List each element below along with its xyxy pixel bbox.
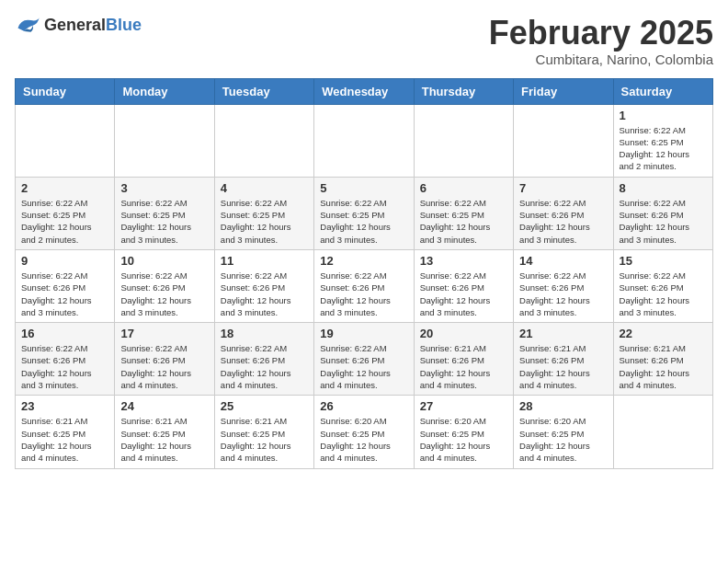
calendar-week-3: 9Sunrise: 6:22 AM Sunset: 6:26 PM Daylig… xyxy=(16,249,713,322)
day-number: 5 xyxy=(320,181,407,195)
logo-general-text: General xyxy=(44,16,106,34)
calendar-cell xyxy=(214,104,313,177)
day-info: Sunrise: 6:21 AM Sunset: 6:25 PM Dayligh… xyxy=(120,415,208,464)
day-info: Sunrise: 6:22 AM Sunset: 6:25 PM Dayligh… xyxy=(320,197,407,246)
title-area: February 2025 Cumbitara, Narino, Colombi… xyxy=(489,15,713,67)
calendar-cell: 4Sunrise: 6:22 AM Sunset: 6:25 PM Daylig… xyxy=(214,177,313,249)
calendar-cell: 17Sunrise: 6:22 AM Sunset: 6:26 PM Dayli… xyxy=(115,323,214,396)
calendar-cell xyxy=(314,104,414,177)
day-info: Sunrise: 6:22 AM Sunset: 6:26 PM Dayligh… xyxy=(420,270,507,318)
day-number: 6 xyxy=(420,181,507,195)
weekday-header-wednesday: Wednesday xyxy=(314,78,414,104)
logo: GeneralBlue xyxy=(15,15,142,35)
calendar-header-row: SundayMondayTuesdayWednesdayThursdayFrid… xyxy=(16,78,713,104)
day-number: 20 xyxy=(420,327,507,340)
calendar-cell: 11Sunrise: 6:22 AM Sunset: 6:26 PM Dayli… xyxy=(214,249,313,322)
calendar-cell: 12Sunrise: 6:22 AM Sunset: 6:26 PM Dayli… xyxy=(314,249,414,322)
weekday-header-tuesday: Tuesday xyxy=(214,78,313,104)
day-info: Sunrise: 6:22 AM Sunset: 6:26 PM Dayligh… xyxy=(120,270,208,318)
day-info: Sunrise: 6:22 AM Sunset: 6:25 PM Dayligh… xyxy=(21,197,108,246)
day-number: 22 xyxy=(620,327,707,340)
calendar-title: February 2025 xyxy=(489,15,713,52)
calendar-subtitle: Cumbitara, Narino, Colombia xyxy=(489,52,713,67)
calendar-cell: 14Sunrise: 6:22 AM Sunset: 6:26 PM Dayli… xyxy=(514,249,613,322)
calendar-cell: 5Sunrise: 6:22 AM Sunset: 6:25 PM Daylig… xyxy=(314,177,414,249)
calendar-week-5: 23Sunrise: 6:21 AM Sunset: 6:25 PM Dayli… xyxy=(16,396,713,468)
day-number: 10 xyxy=(120,254,208,268)
day-info: Sunrise: 6:22 AM Sunset: 6:26 PM Dayligh… xyxy=(620,197,707,246)
day-info: Sunrise: 6:22 AM Sunset: 6:26 PM Dayligh… xyxy=(221,342,308,391)
calendar-cell xyxy=(414,104,513,177)
calendar-cell: 23Sunrise: 6:21 AM Sunset: 6:25 PM Dayli… xyxy=(16,396,115,468)
calendar-week-2: 2Sunrise: 6:22 AM Sunset: 6:25 PM Daylig… xyxy=(16,177,713,249)
day-number: 26 xyxy=(320,399,407,413)
logo-bird-icon xyxy=(15,15,40,35)
day-number: 7 xyxy=(519,181,607,195)
calendar-cell xyxy=(115,104,214,177)
calendar-cell: 21Sunrise: 6:21 AM Sunset: 6:26 PM Dayli… xyxy=(514,323,613,396)
day-info: Sunrise: 6:21 AM Sunset: 6:25 PM Dayligh… xyxy=(221,415,308,464)
day-number: 3 xyxy=(120,181,208,195)
calendar-cell: 16Sunrise: 6:22 AM Sunset: 6:26 PM Dayli… xyxy=(16,323,115,396)
day-info: Sunrise: 6:22 AM Sunset: 6:26 PM Dayligh… xyxy=(320,270,407,318)
day-number: 23 xyxy=(21,399,108,413)
day-number: 27 xyxy=(420,399,507,413)
day-info: Sunrise: 6:21 AM Sunset: 6:26 PM Dayligh… xyxy=(420,342,507,391)
day-number: 9 xyxy=(21,254,108,268)
day-info: Sunrise: 6:22 AM Sunset: 6:26 PM Dayligh… xyxy=(120,342,208,391)
calendar-cell: 7Sunrise: 6:22 AM Sunset: 6:26 PM Daylig… xyxy=(514,177,613,249)
day-info: Sunrise: 6:22 AM Sunset: 6:26 PM Dayligh… xyxy=(21,342,108,391)
calendar-week-1: 1Sunrise: 6:22 AM Sunset: 6:25 PM Daylig… xyxy=(16,104,713,177)
calendar-table: SundayMondayTuesdayWednesdayThursdayFrid… xyxy=(15,78,713,469)
day-info: Sunrise: 6:20 AM Sunset: 6:25 PM Dayligh… xyxy=(320,415,407,464)
calendar-cell: 18Sunrise: 6:22 AM Sunset: 6:26 PM Dayli… xyxy=(214,323,313,396)
day-number: 19 xyxy=(320,327,407,340)
calendar-cell: 15Sunrise: 6:22 AM Sunset: 6:26 PM Dayli… xyxy=(613,249,712,322)
calendar-cell: 26Sunrise: 6:20 AM Sunset: 6:25 PM Dayli… xyxy=(314,396,414,468)
day-number: 1 xyxy=(620,109,707,122)
weekday-header-monday: Monday xyxy=(115,78,214,104)
day-number: 14 xyxy=(519,254,607,268)
header-area: GeneralBlue February 2025 Cumbitara, Nar… xyxy=(15,15,713,67)
day-number: 24 xyxy=(120,399,208,413)
calendar-cell: 19Sunrise: 6:22 AM Sunset: 6:26 PM Dayli… xyxy=(314,323,414,396)
day-info: Sunrise: 6:22 AM Sunset: 6:26 PM Dayligh… xyxy=(620,270,707,318)
day-info: Sunrise: 6:22 AM Sunset: 6:26 PM Dayligh… xyxy=(21,270,108,318)
day-number: 8 xyxy=(620,181,707,195)
day-number: 4 xyxy=(221,181,308,195)
calendar-cell: 28Sunrise: 6:20 AM Sunset: 6:25 PM Dayli… xyxy=(514,396,613,468)
calendar-cell: 24Sunrise: 6:21 AM Sunset: 6:25 PM Dayli… xyxy=(115,396,214,468)
day-info: Sunrise: 6:20 AM Sunset: 6:25 PM Dayligh… xyxy=(420,415,507,464)
day-info: Sunrise: 6:22 AM Sunset: 6:25 PM Dayligh… xyxy=(120,197,208,246)
day-info: Sunrise: 6:22 AM Sunset: 6:26 PM Dayligh… xyxy=(519,270,607,318)
calendar-cell xyxy=(514,104,613,177)
calendar-week-4: 16Sunrise: 6:22 AM Sunset: 6:26 PM Dayli… xyxy=(16,323,713,396)
day-number: 16 xyxy=(21,327,108,340)
day-info: Sunrise: 6:22 AM Sunset: 6:25 PM Dayligh… xyxy=(221,197,308,246)
calendar-cell xyxy=(16,104,115,177)
weekday-header-sunday: Sunday xyxy=(16,78,115,104)
calendar-cell: 10Sunrise: 6:22 AM Sunset: 6:26 PM Dayli… xyxy=(115,249,214,322)
calendar-cell: 9Sunrise: 6:22 AM Sunset: 6:26 PM Daylig… xyxy=(16,249,115,322)
calendar-cell: 8Sunrise: 6:22 AM Sunset: 6:26 PM Daylig… xyxy=(613,177,712,249)
day-info: Sunrise: 6:22 AM Sunset: 6:26 PM Dayligh… xyxy=(320,342,407,391)
calendar-cell: 1Sunrise: 6:22 AM Sunset: 6:25 PM Daylig… xyxy=(613,104,712,177)
logo-blue-text: Blue xyxy=(106,16,142,34)
weekday-header-friday: Friday xyxy=(514,78,613,104)
day-number: 25 xyxy=(221,399,308,413)
weekday-header-saturday: Saturday xyxy=(613,78,712,104)
calendar-cell xyxy=(613,396,712,468)
calendar-cell: 2Sunrise: 6:22 AM Sunset: 6:25 PM Daylig… xyxy=(16,177,115,249)
day-number: 12 xyxy=(320,254,407,268)
day-info: Sunrise: 6:22 AM Sunset: 6:25 PM Dayligh… xyxy=(620,124,707,173)
day-info: Sunrise: 6:20 AM Sunset: 6:25 PM Dayligh… xyxy=(519,415,607,464)
calendar-cell: 20Sunrise: 6:21 AM Sunset: 6:26 PM Dayli… xyxy=(414,323,513,396)
day-info: Sunrise: 6:22 AM Sunset: 6:25 PM Dayligh… xyxy=(420,197,507,246)
calendar-cell: 3Sunrise: 6:22 AM Sunset: 6:25 PM Daylig… xyxy=(115,177,214,249)
calendar-cell: 22Sunrise: 6:21 AM Sunset: 6:26 PM Dayli… xyxy=(613,323,712,396)
calendar-cell: 6Sunrise: 6:22 AM Sunset: 6:25 PM Daylig… xyxy=(414,177,513,249)
day-number: 21 xyxy=(519,327,607,340)
day-info: Sunrise: 6:21 AM Sunset: 6:26 PM Dayligh… xyxy=(620,342,707,391)
day-info: Sunrise: 6:21 AM Sunset: 6:25 PM Dayligh… xyxy=(21,415,108,464)
day-number: 28 xyxy=(519,399,607,413)
